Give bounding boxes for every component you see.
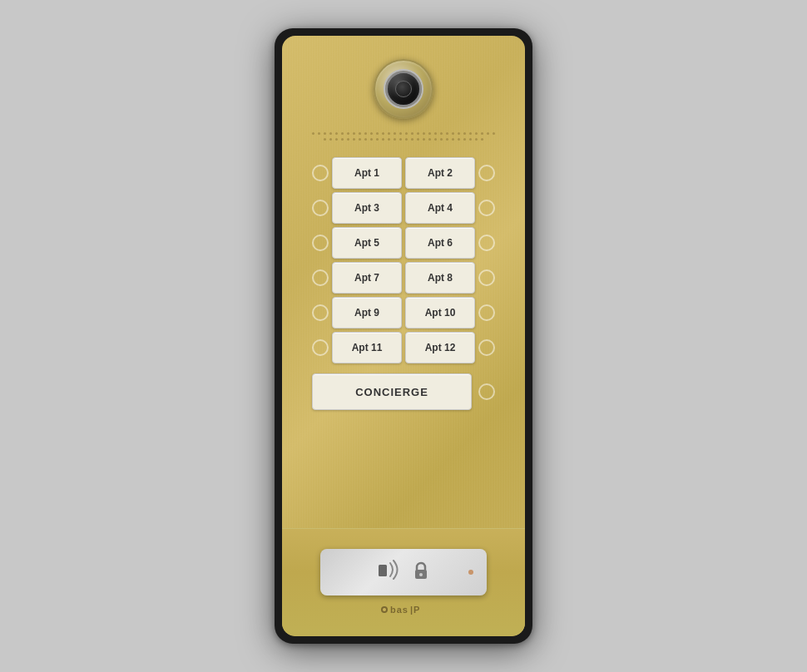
speaker-dot	[353, 132, 355, 135]
apt-button-6[interactable]: Apt 6	[405, 227, 475, 259]
ring-indicator-right-6	[478, 339, 495, 356]
speaker-dot	[335, 132, 338, 135]
apt-button-3[interactable]: Apt 3	[332, 192, 402, 224]
speaker-dot	[452, 138, 454, 141]
speaker-dot	[370, 138, 373, 141]
speaker-dot	[434, 132, 437, 135]
ring-indicator-right-1	[478, 165, 495, 181]
apt-button-7[interactable]: Apt 7	[332, 262, 402, 294]
apt-buttons-row-2: Apt 3 Apt 4	[332, 192, 475, 224]
apt-button-2[interactable]: Apt 2	[405, 157, 475, 189]
card-reader-area[interactable]	[320, 549, 487, 595]
speaker-dot	[347, 132, 349, 135]
camera-lens	[385, 71, 422, 107]
speaker-dot	[341, 138, 344, 141]
speaker-dot	[405, 138, 408, 141]
speaker-dot	[376, 132, 379, 135]
ring-indicator-left-3	[312, 235, 329, 251]
speaker-dot	[382, 132, 384, 135]
apt-button-10[interactable]: Apt 10	[405, 297, 475, 329]
speaker-dot	[440, 138, 443, 141]
speaker-dot	[370, 132, 373, 135]
speaker-dot	[458, 138, 460, 141]
ring-indicator-left-4	[312, 269, 329, 286]
speaker-dot	[428, 138, 431, 141]
ring-indicator-left-6	[312, 339, 329, 356]
ring-indicator-right-4	[478, 269, 495, 286]
apt-buttons-row-4: Apt 7 Apt 8	[332, 262, 475, 294]
speaker-dot	[475, 138, 478, 141]
ring-indicator-left-5	[312, 304, 329, 321]
speaker-dot	[388, 132, 390, 135]
apt-buttons-row-1: Apt 1 Apt 2	[332, 157, 475, 189]
svg-text:|P: |P	[410, 605, 420, 615]
button-row-1: Apt 1 Apt 2	[312, 157, 495, 189]
speaker-dot	[481, 138, 483, 141]
speaker-dot	[324, 132, 326, 135]
svg-point-4	[383, 608, 386, 611]
svg-point-2	[419, 573, 423, 576]
apt-button-5[interactable]: Apt 5	[332, 227, 402, 259]
svg-text:bas: bas	[390, 605, 408, 615]
speaker-dot	[487, 132, 489, 135]
speaker-dot	[469, 132, 472, 135]
speaker-dot	[428, 132, 431, 135]
speaker-dot	[335, 138, 338, 141]
status-dot	[468, 570, 473, 575]
speaker-dot	[446, 138, 448, 141]
ring-indicator-right-5	[478, 304, 495, 321]
rfid-icon	[379, 560, 404, 585]
speaker-dot	[434, 138, 437, 141]
speaker-dot	[359, 132, 361, 135]
apt-button-4[interactable]: Apt 4	[405, 192, 475, 224]
button-row-6: Apt 11 Apt 12	[312, 332, 495, 363]
speaker-dot	[452, 132, 454, 135]
speaker-dot	[417, 138, 419, 141]
speaker-dot	[493, 132, 495, 135]
apt-button-8[interactable]: Apt 8	[405, 262, 475, 294]
speaker-dot	[463, 138, 466, 141]
speaker-dot	[417, 132, 419, 135]
ring-indicator-left-1	[312, 165, 329, 181]
apt-buttons-row-3: Apt 5 Apt 6	[332, 227, 475, 259]
button-row-3: Apt 5 Apt 6	[312, 227, 495, 259]
button-row-4: Apt 7 Apt 8	[312, 262, 495, 294]
speaker-dot	[376, 138, 379, 141]
speaker-dot	[399, 138, 402, 141]
speaker-dot	[411, 132, 413, 135]
apt-button-9[interactable]: Apt 9	[332, 297, 402, 329]
speaker-dot	[312, 132, 314, 135]
concierge-button[interactable]: CONCIERGE	[312, 373, 472, 410]
speaker-dot	[423, 138, 425, 141]
speaker-dot	[458, 132, 460, 135]
lock-icon	[413, 561, 428, 583]
ring-indicator-right-2	[478, 200, 495, 216]
apt-button-12[interactable]: Apt 12	[405, 332, 475, 363]
speaker-dot	[469, 138, 472, 141]
brand-label: bas |P	[381, 604, 427, 617]
brand-logo: bas |P	[381, 604, 427, 617]
speaker-dot	[329, 138, 332, 141]
speaker-dot	[353, 138, 355, 141]
speaker-section	[312, 132, 495, 141]
speaker-dot	[440, 132, 443, 135]
speaker-dot	[324, 138, 326, 141]
speaker-dot	[481, 132, 483, 135]
speaker-dot	[329, 132, 332, 135]
ring-indicator-concierge	[478, 383, 495, 400]
buttons-panel: Apt 1 Apt 2 Apt 3 Apt 4	[312, 157, 495, 367]
speaker-dot	[318, 132, 320, 135]
speaker-dot	[463, 132, 466, 135]
camera-housing	[374, 59, 433, 119]
speaker-dot	[388, 138, 390, 141]
camera-lens-inner	[395, 81, 412, 97]
device-panel: Apt 1 Apt 2 Apt 3 Apt 4	[282, 36, 525, 636]
apt-button-11[interactable]: Apt 11	[332, 332, 402, 363]
button-row-2: Apt 3 Apt 4	[312, 192, 495, 224]
apt-buttons-row-5: Apt 9 Apt 10	[332, 297, 475, 329]
speaker-dot	[394, 138, 396, 141]
svg-rect-0	[379, 565, 387, 576]
apt-buttons-row-6: Apt 11 Apt 12	[332, 332, 475, 363]
apt-button-1[interactable]: Apt 1	[332, 157, 402, 189]
speaker-dot	[411, 138, 413, 141]
